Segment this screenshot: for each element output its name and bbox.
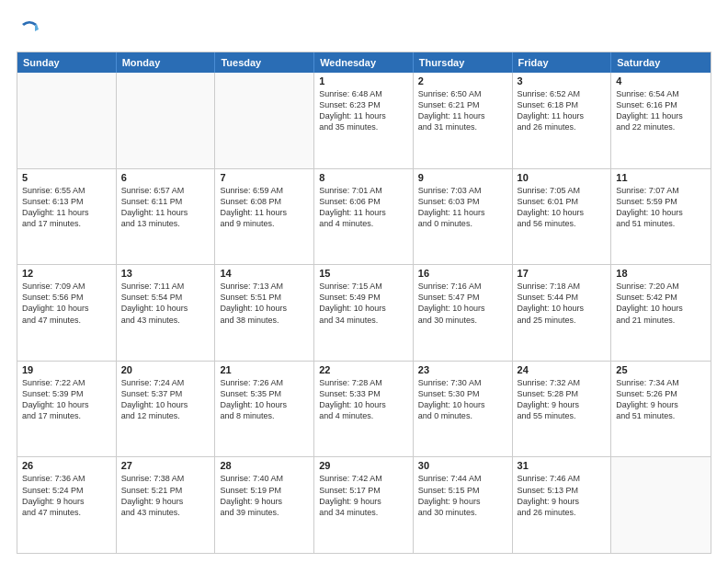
day-number: 2 bbox=[418, 75, 507, 86]
cell-text: Sunrise: 7:44 AM Sunset: 5:15 PM Dayligh… bbox=[418, 473, 507, 518]
day-number: 11 bbox=[616, 172, 706, 183]
calendar-cell: 22Sunrise: 7:28 AM Sunset: 5:33 PM Dayli… bbox=[314, 362, 414, 457]
cell-text: Sunrise: 7:13 AM Sunset: 5:51 PM Dayligh… bbox=[220, 281, 309, 326]
header bbox=[17, 17, 711, 42]
logo-icon bbox=[17, 17, 42, 42]
calendar-cell: 9Sunrise: 7:03 AM Sunset: 6:03 PM Daylig… bbox=[414, 169, 513, 265]
day-number: 14 bbox=[220, 268, 309, 279]
cell-text: Sunrise: 7:01 AM Sunset: 6:06 PM Dayligh… bbox=[319, 185, 408, 230]
day-number: 26 bbox=[22, 460, 111, 471]
cell-text: Sunrise: 7:34 AM Sunset: 5:26 PM Dayligh… bbox=[616, 377, 706, 422]
calendar-header-cell: Friday bbox=[513, 52, 612, 73]
day-number: 17 bbox=[518, 268, 607, 279]
calendar-cell: 20Sunrise: 7:24 AM Sunset: 5:37 PM Dayli… bbox=[117, 362, 216, 457]
calendar-header-cell: Tuesday bbox=[215, 52, 314, 73]
day-number: 25 bbox=[616, 364, 706, 375]
calendar-cell: 25Sunrise: 7:34 AM Sunset: 5:26 PM Dayli… bbox=[611, 362, 711, 457]
day-number: 24 bbox=[518, 364, 607, 375]
calendar-cell: 21Sunrise: 7:26 AM Sunset: 5:35 PM Dayli… bbox=[215, 362, 314, 457]
cell-text: Sunrise: 7:40 AM Sunset: 5:19 PM Dayligh… bbox=[220, 473, 309, 518]
calendar-cell: 30Sunrise: 7:44 AM Sunset: 5:15 PM Dayli… bbox=[414, 457, 513, 553]
cell-text: Sunrise: 7:30 AM Sunset: 5:30 PM Dayligh… bbox=[418, 377, 507, 422]
cell-text: Sunrise: 7:15 AM Sunset: 5:49 PM Dayligh… bbox=[319, 281, 408, 326]
cell-text: Sunrise: 6:55 AM Sunset: 6:13 PM Dayligh… bbox=[22, 185, 111, 230]
day-number: 16 bbox=[418, 268, 507, 279]
calendar-header-cell: Saturday bbox=[611, 52, 711, 73]
day-number: 19 bbox=[22, 364, 111, 375]
day-number: 28 bbox=[220, 460, 309, 471]
cell-text: Sunrise: 7:09 AM Sunset: 5:56 PM Dayligh… bbox=[22, 281, 111, 326]
page: SundayMondayTuesdayWednesdayThursdayFrid… bbox=[0, 0, 728, 563]
day-number: 5 bbox=[22, 172, 111, 183]
calendar-cell: 2Sunrise: 6:50 AM Sunset: 6:21 PM Daylig… bbox=[414, 73, 513, 168]
calendar-header-cell: Wednesday bbox=[314, 52, 414, 73]
calendar-cell: 6Sunrise: 6:57 AM Sunset: 6:11 PM Daylig… bbox=[117, 169, 216, 265]
calendar-week: 1Sunrise: 6:48 AM Sunset: 6:23 PM Daylig… bbox=[17, 73, 711, 168]
calendar-cell: 31Sunrise: 7:46 AM Sunset: 5:13 PM Dayli… bbox=[513, 457, 612, 553]
calendar-cell bbox=[611, 457, 711, 553]
day-number: 21 bbox=[220, 364, 309, 375]
cell-text: Sunrise: 7:26 AM Sunset: 5:35 PM Dayligh… bbox=[220, 377, 309, 422]
cell-text: Sunrise: 6:50 AM Sunset: 6:21 PM Dayligh… bbox=[418, 88, 507, 133]
calendar-cell: 11Sunrise: 7:07 AM Sunset: 5:59 PM Dayli… bbox=[611, 169, 711, 265]
calendar-cell: 13Sunrise: 7:11 AM Sunset: 5:54 PM Dayli… bbox=[117, 265, 216, 361]
calendar-cell: 4Sunrise: 6:54 AM Sunset: 6:16 PM Daylig… bbox=[611, 73, 711, 168]
calendar-header-cell: Monday bbox=[117, 52, 216, 73]
day-number: 31 bbox=[518, 460, 607, 471]
calendar-week: 26Sunrise: 7:36 AM Sunset: 5:24 PM Dayli… bbox=[17, 456, 711, 553]
calendar-cell: 16Sunrise: 7:16 AM Sunset: 5:47 PM Dayli… bbox=[414, 265, 513, 361]
cell-text: Sunrise: 7:42 AM Sunset: 5:17 PM Dayligh… bbox=[319, 473, 408, 518]
day-number: 30 bbox=[418, 460, 507, 471]
day-number: 1 bbox=[319, 75, 408, 86]
cell-text: Sunrise: 7:07 AM Sunset: 5:59 PM Dayligh… bbox=[616, 185, 706, 230]
calendar-cell: 7Sunrise: 6:59 AM Sunset: 6:08 PM Daylig… bbox=[215, 169, 314, 265]
day-number: 12 bbox=[22, 268, 111, 279]
day-number: 8 bbox=[319, 172, 408, 183]
calendar-cell: 5Sunrise: 6:55 AM Sunset: 6:13 PM Daylig… bbox=[17, 169, 117, 265]
calendar-cell: 27Sunrise: 7:38 AM Sunset: 5:21 PM Dayli… bbox=[117, 457, 216, 553]
calendar-header-cell: Thursday bbox=[414, 52, 513, 73]
calendar-cell: 26Sunrise: 7:36 AM Sunset: 5:24 PM Dayli… bbox=[17, 457, 117, 553]
day-number: 18 bbox=[616, 268, 706, 279]
cell-text: Sunrise: 7:11 AM Sunset: 5:54 PM Dayligh… bbox=[121, 281, 210, 326]
cell-text: Sunrise: 7:32 AM Sunset: 5:28 PM Dayligh… bbox=[518, 377, 607, 422]
calendar-cell: 28Sunrise: 7:40 AM Sunset: 5:19 PM Dayli… bbox=[215, 457, 314, 553]
day-number: 10 bbox=[518, 172, 607, 183]
cell-text: Sunrise: 7:22 AM Sunset: 5:39 PM Dayligh… bbox=[22, 377, 111, 422]
day-number: 22 bbox=[319, 364, 408, 375]
day-number: 27 bbox=[121, 460, 210, 471]
day-number: 20 bbox=[121, 364, 210, 375]
cell-text: Sunrise: 7:24 AM Sunset: 5:37 PM Dayligh… bbox=[121, 377, 210, 422]
cell-text: Sunrise: 7:28 AM Sunset: 5:33 PM Dayligh… bbox=[319, 377, 408, 422]
calendar-cell: 24Sunrise: 7:32 AM Sunset: 5:28 PM Dayli… bbox=[513, 362, 612, 457]
calendar-cell: 10Sunrise: 7:05 AM Sunset: 6:01 PM Dayli… bbox=[513, 169, 612, 265]
day-number: 29 bbox=[319, 460, 408, 471]
calendar: SundayMondayTuesdayWednesdayThursdayFrid… bbox=[17, 52, 711, 554]
calendar-week: 12Sunrise: 7:09 AM Sunset: 5:56 PM Dayli… bbox=[17, 264, 711, 361]
day-number: 9 bbox=[418, 172, 507, 183]
calendar-cell: 23Sunrise: 7:30 AM Sunset: 5:30 PM Dayli… bbox=[414, 362, 513, 457]
day-number: 7 bbox=[220, 172, 309, 183]
cell-text: Sunrise: 6:54 AM Sunset: 6:16 PM Dayligh… bbox=[616, 88, 706, 133]
day-number: 3 bbox=[518, 75, 607, 86]
calendar-cell: 1Sunrise: 6:48 AM Sunset: 6:23 PM Daylig… bbox=[314, 73, 414, 168]
cell-text: Sunrise: 6:48 AM Sunset: 6:23 PM Dayligh… bbox=[319, 88, 408, 133]
cell-text: Sunrise: 7:46 AM Sunset: 5:13 PM Dayligh… bbox=[518, 473, 607, 518]
calendar-cell bbox=[215, 73, 314, 168]
cell-text: Sunrise: 6:52 AM Sunset: 6:18 PM Dayligh… bbox=[518, 88, 607, 133]
calendar-cell: 29Sunrise: 7:42 AM Sunset: 5:17 PM Dayli… bbox=[314, 457, 414, 553]
calendar-header: SundayMondayTuesdayWednesdayThursdayFrid… bbox=[17, 52, 711, 73]
calendar-cell: 18Sunrise: 7:20 AM Sunset: 5:42 PM Dayli… bbox=[611, 265, 711, 361]
cell-text: Sunrise: 7:16 AM Sunset: 5:47 PM Dayligh… bbox=[418, 281, 507, 326]
day-number: 15 bbox=[319, 268, 408, 279]
day-number: 6 bbox=[121, 172, 210, 183]
calendar-body: 1Sunrise: 6:48 AM Sunset: 6:23 PM Daylig… bbox=[17, 73, 711, 553]
calendar-week: 19Sunrise: 7:22 AM Sunset: 5:39 PM Dayli… bbox=[17, 361, 711, 457]
cell-text: Sunrise: 7:20 AM Sunset: 5:42 PM Dayligh… bbox=[616, 281, 706, 326]
calendar-week: 5Sunrise: 6:55 AM Sunset: 6:13 PM Daylig… bbox=[17, 168, 711, 265]
day-number: 23 bbox=[418, 364, 507, 375]
calendar-cell bbox=[117, 73, 216, 168]
day-number: 4 bbox=[616, 75, 706, 86]
calendar-cell: 8Sunrise: 7:01 AM Sunset: 6:06 PM Daylig… bbox=[314, 169, 414, 265]
cell-text: Sunrise: 7:05 AM Sunset: 6:01 PM Dayligh… bbox=[518, 185, 607, 230]
